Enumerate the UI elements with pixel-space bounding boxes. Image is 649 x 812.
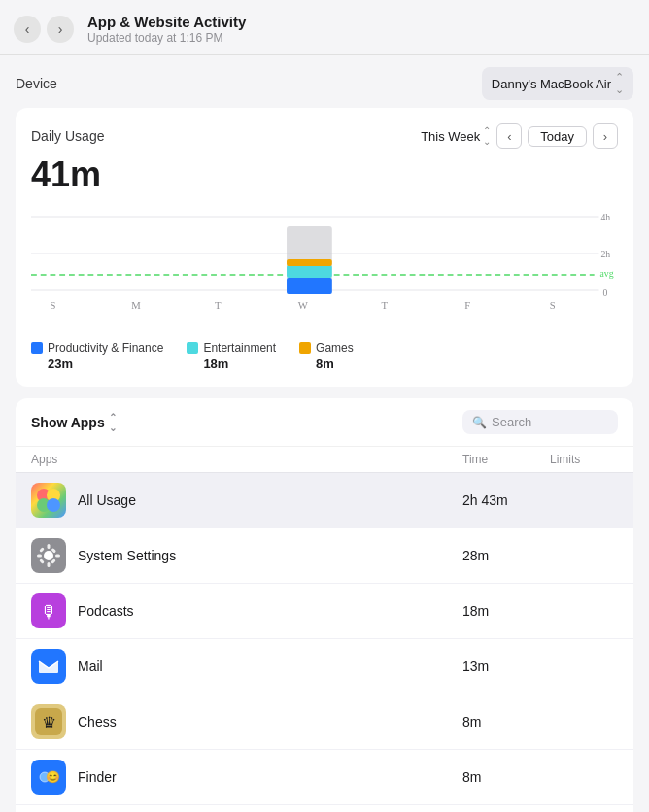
app-row[interactable]: Mail 13m: [16, 639, 633, 694]
svg-text:2h: 2h: [600, 249, 610, 259]
app-row[interactable]: 😊 Finder 8m: [16, 750, 633, 805]
svg-text:0: 0: [602, 288, 607, 298]
svg-text:S: S: [550, 299, 556, 311]
today-button[interactable]: Today: [528, 126, 587, 147]
app-time-mail: 13m: [462, 659, 550, 674]
app-name-mail: Mail: [78, 659, 462, 674]
col-header-time: Time: [462, 453, 550, 466]
main-content: Device Danny's MacBook Air ⌃⌄ Daily Usag…: [0, 55, 649, 812]
search-input[interactable]: [492, 415, 608, 429]
week-chevron-icon: ⌃⌄: [483, 125, 491, 147]
show-apps-button[interactable]: Show Apps ⌃⌄: [31, 412, 117, 433]
device-chevron-icon: ⌃⌄: [615, 71, 624, 96]
apps-card: Show Apps ⌃⌄ 🔍 Apps Time Limits All Usag…: [16, 398, 633, 812]
svg-rect-28: [55, 555, 60, 558]
app-row[interactable]: System Settings 28m: [16, 528, 633, 584]
svg-rect-27: [37, 555, 42, 558]
productivity-time: 23m: [48, 356, 163, 371]
legend-productivity: Productivity & Finance 23m: [31, 341, 163, 371]
entertainment-time: 18m: [203, 356, 276, 371]
svg-text:4h: 4h: [600, 212, 610, 222]
app-name-finder: Finder: [78, 769, 462, 785]
app-time-chess: 8m: [462, 714, 550, 729]
svg-point-24: [44, 551, 53, 560]
svg-text:S: S: [50, 299, 55, 311]
week-nav: This Week ⌃⌄ ‹ Today ›: [421, 123, 618, 149]
svg-rect-10: [287, 265, 332, 278]
chart-legend: Productivity & Finance 23m Entertainment…: [31, 341, 618, 371]
show-apps-label: Show Apps: [31, 415, 105, 430]
svg-text:T: T: [381, 299, 388, 311]
svg-text:M: M: [131, 299, 141, 311]
entertainment-dot: [187, 342, 198, 354]
prev-week-button[interactable]: ‹: [496, 123, 522, 149]
nav-buttons: ‹ ›: [14, 16, 74, 43]
app-name-system-settings: System Settings: [78, 548, 462, 563]
legend-games: Games 8m: [299, 341, 354, 371]
app-row[interactable]: ♛ Chess 8m: [16, 694, 633, 750]
device-selector[interactable]: Danny's MacBook Air ⌃⌄: [482, 67, 633, 100]
svg-point-22: [47, 498, 60, 512]
usage-chart: 4h 2h avg 0 S M T W T F: [31, 207, 618, 333]
app-name-all-usage: All Usage: [78, 492, 462, 508]
search-box[interactable]: 🔍: [462, 410, 618, 434]
week-label: This Week: [421, 129, 480, 144]
usage-card: Daily Usage This Week ⌃⌄ ‹ Today › 41m: [16, 108, 633, 387]
chart-area: 4h 2h avg 0 S M T W T F: [31, 207, 618, 333]
week-selector[interactable]: This Week ⌃⌄: [421, 125, 491, 147]
col-header-limits: Limits: [550, 453, 618, 466]
page-title: App & Website Activity: [87, 14, 632, 30]
apps-header: Show Apps ⌃⌄ 🔍: [16, 398, 633, 447]
app-name-chess: Chess: [78, 714, 462, 729]
svg-rect-9: [287, 278, 332, 294]
svg-text:T: T: [215, 299, 222, 311]
app-row[interactable]: 🎙 Podcasts 18m: [16, 584, 633, 639]
app-icon-chess: ♛: [31, 704, 66, 739]
svg-text:avg: avg: [599, 268, 613, 279]
app-row[interactable]: A App Store 7m: [16, 805, 633, 812]
app-icon-podcasts: 🎙: [31, 593, 66, 628]
table-header: Apps Time Limits: [16, 447, 633, 473]
title-text-block: App & Website Activity Updated today at …: [87, 14, 632, 45]
productivity-dot: [31, 342, 43, 354]
app-time-podcasts: 18m: [462, 603, 550, 619]
games-dot: [299, 342, 311, 354]
app-icon-mail: [31, 649, 66, 684]
productivity-label: Productivity & Finance: [48, 341, 163, 355]
forward-button[interactable]: ›: [47, 16, 74, 43]
entertainment-label: Entertainment: [203, 341, 276, 355]
legend-entertainment: Entertainment 18m: [187, 341, 276, 371]
device-row: Device Danny's MacBook Air ⌃⌄: [16, 55, 633, 108]
app-time-all-usage: 2h 43m: [462, 492, 550, 508]
svg-text:F: F: [464, 299, 470, 311]
app-icon-finder: 😊: [31, 760, 66, 795]
usage-header: Daily Usage This Week ⌃⌄ ‹ Today ›: [31, 123, 618, 149]
games-time: 8m: [316, 356, 354, 371]
daily-usage-label: Daily Usage: [31, 128, 104, 144]
svg-text:😊: 😊: [46, 769, 60, 784]
back-button[interactable]: ‹: [14, 16, 41, 43]
device-name: Danny's MacBook Air: [492, 77, 611, 91]
svg-rect-26: [48, 562, 51, 567]
app-name-podcasts: Podcasts: [78, 603, 462, 619]
col-header-apps: Apps: [31, 453, 462, 466]
svg-rect-11: [287, 259, 332, 266]
search-icon: 🔍: [472, 416, 487, 429]
svg-text:♛: ♛: [42, 714, 56, 732]
app-time-finder: 8m: [462, 769, 550, 785]
usage-time: 41m: [31, 154, 618, 195]
page-subtitle: Updated today at 1:16 PM: [87, 31, 632, 45]
games-label: Games: [316, 341, 354, 355]
app-icon-system-settings: [31, 538, 66, 573]
app-time-system-settings: 28m: [462, 548, 550, 563]
svg-rect-25: [48, 544, 51, 549]
title-bar: ‹ › App & Website Activity Updated today…: [0, 0, 649, 55]
app-row[interactable]: All Usage 2h 43m: [16, 473, 633, 528]
show-apps-chevron-icon: ⌃⌄: [109, 412, 117, 433]
svg-text:🎙: 🎙: [40, 602, 57, 622]
next-week-button[interactable]: ›: [593, 123, 618, 149]
app-icon-all-usage: [31, 483, 66, 518]
svg-text:W: W: [298, 299, 309, 311]
device-label: Device: [16, 76, 57, 91]
